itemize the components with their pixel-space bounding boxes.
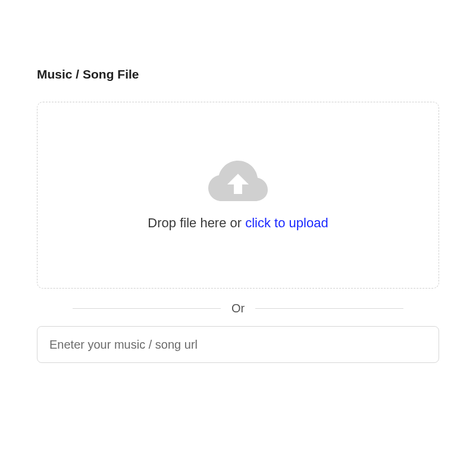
music-url-input[interactable] xyxy=(37,326,439,363)
click-to-upload-link[interactable]: click to upload xyxy=(245,215,328,230)
file-dropzone[interactable]: Drop file here or click to upload xyxy=(37,102,439,289)
section-title: Music / Song File xyxy=(37,67,439,82)
separator-line-left xyxy=(73,308,221,309)
separator-label: Or xyxy=(231,302,245,315)
dropzone-prompt-prefix: Drop file here or xyxy=(148,215,245,230)
separator-line-right xyxy=(255,308,403,309)
separator: Or xyxy=(73,302,403,315)
cloud-upload-icon xyxy=(208,159,268,201)
dropzone-prompt: Drop file here or click to upload xyxy=(148,215,328,231)
